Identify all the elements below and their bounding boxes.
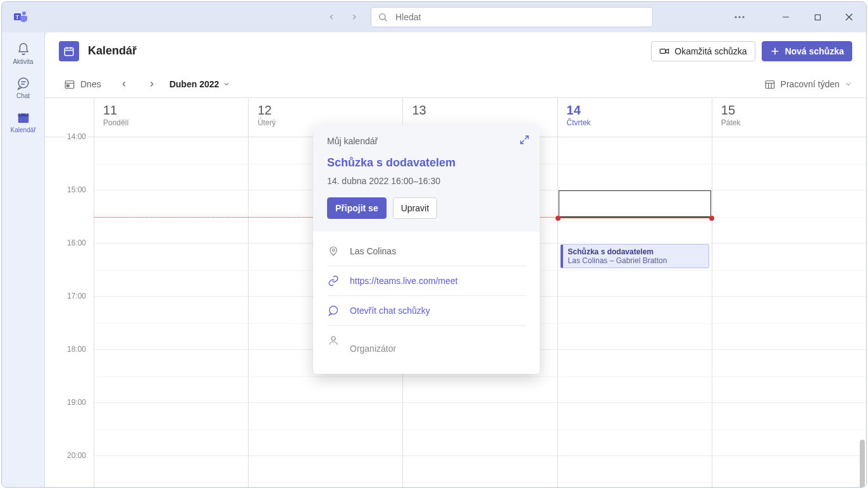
location-text: Las Colinas (350, 246, 396, 256)
rail-item-chat[interactable]: Chat (2, 70, 45, 104)
svg-marker-24 (666, 49, 669, 53)
window-close-button[interactable] (834, 7, 864, 27)
chevron-down-icon (223, 80, 230, 88)
titlebar: T (2, 2, 866, 32)
view-label: Pracovní týden (781, 79, 840, 89)
calendar-content: Kalendář Okamžitá schůzka Nová schůzka (45, 32, 866, 487)
day-name: Čtvrtek (567, 118, 703, 127)
day-number: 11 (103, 103, 239, 117)
day-column[interactable]: 11Pondělí (94, 98, 249, 487)
time-selection-box[interactable] (559, 190, 711, 217)
time-label: 16:00 (66, 238, 87, 247)
join-button[interactable]: Připojit se (327, 197, 387, 219)
organizer-row: Organizátor (327, 326, 526, 362)
history-forward-button[interactable] (343, 7, 366, 27)
popover-calendar-name: Můj kalendář (327, 136, 526, 146)
calendar-grid: 14:0015:0016:0017:0018:0019:0020:00 11Po… (45, 98, 866, 487)
rail-label: Aktivita (13, 58, 33, 65)
bell-icon (16, 42, 31, 57)
button-label: Okamžitá schůzka (674, 46, 747, 56)
meeting-popover: Můj kalendář Schůzka s dodavatelem 14. d… (313, 125, 540, 374)
popover-time: 14. dubna 2022 16:00–16:30 (327, 176, 526, 186)
day-column[interactable]: 14ČtvrtekSchůzka s dodavatelemLas Colina… (558, 98, 712, 487)
time-label: 15:00 (66, 185, 87, 194)
time-label: 17:00 (66, 292, 87, 300)
svg-line-34 (525, 136, 528, 139)
more-button[interactable] (726, 7, 753, 27)
chevron-down-icon (845, 80, 852, 88)
app-rail: Aktivita Chat Kalendář (2, 32, 45, 487)
popover-location-row: Las Colinas (327, 237, 526, 266)
svg-point-3 (380, 14, 385, 20)
svg-point-12 (18, 78, 28, 88)
today-button[interactable]: Dnes (59, 74, 106, 94)
calendar-toolbar: Dnes Duben 2022 (45, 70, 866, 98)
new-meeting-button[interactable]: Nová schůzka (762, 41, 852, 61)
button-label: Nová schůzka (785, 46, 844, 56)
next-period-button[interactable] (142, 74, 162, 94)
time-label: 19:00 (66, 398, 87, 407)
rail-item-calendar[interactable]: Kalendář (2, 104, 45, 139)
calendar-badge-icon (59, 41, 79, 61)
page-header: Kalendář Okamžitá schůzka Nová schůzka (45, 32, 866, 70)
meeting-link: https://teams.live.com/meet (350, 276, 457, 286)
day-number: 15 (721, 103, 857, 117)
svg-point-38 (332, 337, 335, 340)
current-time-indicator (94, 217, 248, 218)
month-dropdown[interactable]: Duben 2022 (170, 79, 231, 89)
time-label: 20:00 (66, 451, 87, 460)
search-icon (378, 12, 388, 22)
view-dropdown[interactable]: Pracovní týden (764, 78, 852, 90)
open-chat-row[interactable]: Otevřít chat schůzky (327, 296, 526, 326)
svg-rect-17 (20, 111, 21, 114)
edit-button[interactable]: Upravit (393, 197, 437, 219)
meet-now-button[interactable]: Okamžitá schůzka (651, 41, 755, 61)
location-icon (327, 245, 340, 257)
page-title: Kalendář (88, 44, 137, 58)
history-back-button[interactable] (320, 7, 343, 27)
svg-point-6 (738, 16, 740, 18)
search-input[interactable] (394, 11, 646, 23)
expand-button[interactable] (519, 135, 530, 145)
svg-rect-18 (25, 111, 27, 114)
rail-label: Kalendář (10, 127, 35, 133)
calendar-event[interactable]: Schůzka s dodavatelemLas Colinas – Gabri… (561, 244, 709, 268)
link-icon (327, 275, 340, 287)
current-time-indicator (558, 217, 712, 218)
organizer-label: Organizátor (350, 344, 396, 354)
event-subtitle: Las Colinas – Gabriel Bratton (568, 256, 704, 265)
window-minimize-button[interactable] (771, 7, 800, 27)
svg-rect-16 (18, 113, 28, 116)
button-label: Upravit (401, 203, 429, 213)
day-number: 13 (412, 103, 548, 117)
day-number: 12 (257, 103, 394, 117)
day-name: Pondělí (103, 118, 239, 127)
svg-rect-9 (815, 15, 820, 20)
svg-point-2 (22, 11, 26, 15)
person-icon (327, 335, 340, 346)
time-label: 18:00 (66, 345, 87, 354)
day-name: Pátek (721, 118, 857, 127)
day-column[interactable]: 15Pátek (712, 98, 866, 487)
month-label: Duben 2022 (170, 79, 220, 89)
svg-point-36 (332, 249, 335, 252)
rail-item-activity[interactable]: Aktivita (2, 36, 45, 70)
search-field[interactable] (371, 7, 653, 27)
open-chat-label: Otevřít chat schůzky (350, 306, 430, 316)
chat-icon (327, 305, 340, 316)
prev-period-button[interactable] (114, 74, 134, 94)
svg-rect-19 (65, 47, 73, 55)
button-label: Připojit se (335, 203, 378, 213)
rail-label: Chat (16, 92, 30, 99)
time-gutter: 14:0015:0016:0017:0018:0019:0020:00 (45, 98, 94, 487)
svg-point-5 (735, 16, 736, 18)
teams-logo-icon: T (8, 9, 34, 25)
popover-link-row[interactable]: https://teams.live.com/meet (327, 266, 526, 296)
svg-rect-30 (766, 80, 774, 88)
app-window: T (1, 1, 867, 488)
event-title: Schůzka s dodavatelem (568, 247, 704, 256)
window-maximize-button[interactable] (803, 7, 832, 27)
today-label: Dnes (80, 79, 101, 89)
scrollbar-thumb[interactable] (860, 440, 865, 488)
plus-icon (770, 46, 780, 56)
